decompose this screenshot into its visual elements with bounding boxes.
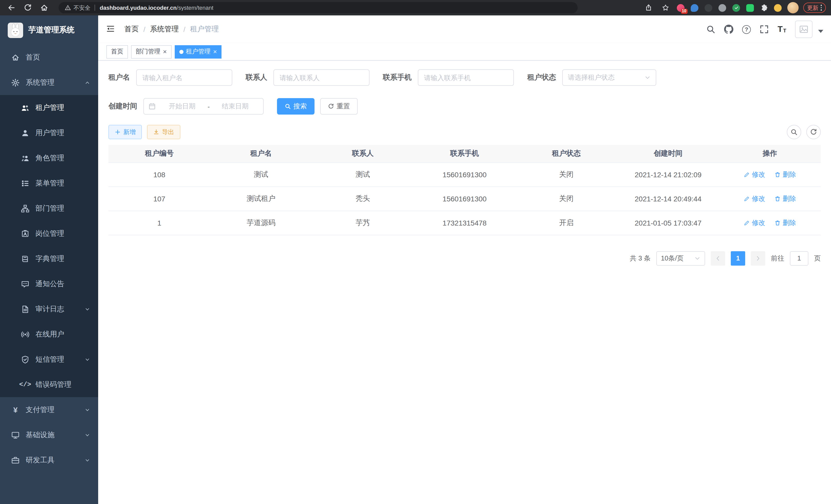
cell-tenant-name: 测试 (210, 162, 312, 186)
sidebar-item-home[interactable]: 首页 (0, 45, 98, 70)
sidebar-group-infrastructure[interactable]: 基础设施 (0, 422, 98, 447)
omnibox-divider (94, 5, 95, 11)
status-label: 租户状态 (527, 73, 556, 82)
sidebar-group-system[interactable]: 系统管理 (0, 70, 98, 95)
breadcrumb-separator (183, 25, 185, 33)
chevron-down-icon (85, 306, 90, 312)
sidebar-group-audit-log[interactable]: 审计日志 (0, 296, 98, 322)
edit-button[interactable]: 修改 (744, 170, 765, 179)
toggle-search-button[interactable] (787, 125, 801, 139)
extensions-puzzle-icon[interactable] (759, 3, 769, 12)
browser-back-icon[interactable] (5, 2, 18, 14)
extension-icon-pink[interactable]: 10 (676, 3, 685, 12)
extension-icon-blue[interactable] (690, 3, 699, 12)
breadcrumb-home[interactable]: 首页 (124, 25, 139, 34)
font-size-icon[interactable]: TT (778, 25, 786, 33)
tab-dept[interactable]: 部门管理 (131, 45, 171, 58)
breadcrumb-system[interactable]: 系统管理 (150, 25, 179, 34)
app-logo-image (8, 22, 23, 38)
contact-input[interactable] (274, 69, 370, 86)
add-button[interactable]: 新增 (109, 125, 142, 139)
col-tenant-name: 租户名 (210, 145, 312, 162)
end-date-placeholder[interactable]: 结束日期 (212, 102, 258, 111)
reset-button[interactable]: 重置 (320, 98, 358, 115)
delete-button[interactable]: 删除 (774, 194, 796, 203)
sidebar-item-roles[interactable]: 角色管理 (0, 145, 98, 171)
chrome-update-button[interactable]: 更新 (803, 3, 826, 13)
cell-contact: 测试 (312, 162, 414, 186)
share-icon[interactable] (642, 2, 655, 14)
id-badge-icon (21, 229, 29, 238)
cell-tenant-name: 测试租户 (210, 186, 312, 211)
table-row[interactable]: 1 芋道源码 芋艿 17321315478 开启 2021-01-05 17:0… (109, 211, 821, 235)
audit-log-icon (21, 305, 29, 313)
sidebar-group-sms[interactable]: 短信管理 (0, 347, 98, 372)
goto-label: 前往 (771, 254, 784, 263)
sidebar-item-dictionary[interactable]: 字典管理 (0, 246, 98, 271)
tab-tenant-active[interactable]: 租户管理 (174, 45, 222, 58)
tab-home[interactable]: 首页 (106, 45, 128, 58)
export-button[interactable]: 导出 (147, 125, 180, 139)
hamburger-icon[interactable] (106, 24, 116, 34)
page-number-button[interactable]: 1 (731, 251, 745, 265)
fullscreen-icon[interactable] (760, 25, 769, 34)
browser-reload-icon[interactable] (22, 2, 34, 14)
github-icon[interactable] (724, 25, 733, 34)
bookmark-star-icon[interactable] (659, 2, 671, 14)
table-row[interactable]: 108 测试 测试 15601691300 关闭 2021-12-14 21:0… (109, 162, 821, 186)
sidebar-item-menus[interactable]: 菜单管理 (0, 171, 98, 196)
extension-icon-yellow[interactable] (773, 3, 782, 12)
sidebar-item-error-codes[interactable]: </> 错误码管理 (0, 372, 98, 397)
phone-input[interactable] (418, 69, 514, 86)
page-size-select[interactable]: 10条/页 (656, 251, 705, 265)
sidebar-item-notices[interactable]: 通知公告 (0, 271, 98, 296)
page-unit-label: 页 (814, 254, 821, 263)
close-icon[interactable] (213, 48, 217, 55)
cell-status: 开启 (515, 211, 617, 235)
search-icon[interactable] (706, 25, 715, 34)
sidebar-item-users[interactable]: 用户管理 (0, 120, 98, 145)
delete-button[interactable]: 删除 (774, 218, 796, 227)
goto-page-input[interactable] (790, 251, 808, 265)
extension-icon-green-chat[interactable] (745, 3, 755, 12)
sidebar-menu: 首页 系统管理 租户管理 用户管理 (0, 45, 98, 504)
help-icon[interactable] (742, 25, 751, 34)
user-avatar[interactable] (795, 21, 812, 38)
table-row[interactable]: 107 测试租户 秃头 15601691300 关闭 2021-12-14 20… (109, 186, 821, 211)
tenant-table: 租户编号 租户名 联系人 联系手机 租户状态 创建时间 操作 108 测试 (109, 145, 821, 235)
edit-button[interactable]: 修改 (744, 194, 765, 203)
prev-page-button[interactable] (711, 251, 725, 265)
extension-icon-gray[interactable] (718, 3, 727, 12)
broken-image-icon (799, 25, 808, 34)
browser-home-icon[interactable] (38, 2, 50, 14)
caret-down-icon[interactable] (818, 30, 823, 33)
sidebar-item-departments[interactable]: 部门管理 (0, 196, 98, 221)
tenant-name-input[interactable] (136, 69, 232, 86)
address-bar[interactable]: 不安全 dashboard.yudao.iocoder.cn/system/te… (59, 2, 578, 13)
security-label[interactable]: 不安全 (74, 4, 90, 11)
cell-tenant-id: 107 (109, 186, 210, 211)
extension-icon-dark[interactable] (704, 3, 713, 12)
refresh-icon (328, 103, 334, 110)
sidebar-item-posts[interactable]: 岗位管理 (0, 221, 98, 246)
status-select[interactable]: 请选择租户状态 (562, 69, 656, 86)
edit-button[interactable]: 修改 (744, 218, 765, 227)
create-time-range-picker[interactable]: 开始日期 - 结束日期 (143, 98, 264, 115)
sidebar-group-payment[interactable]: ¥ 支付管理 (0, 397, 98, 422)
delete-button[interactable]: 删除 (774, 170, 796, 179)
gear-icon (11, 78, 20, 87)
search-button[interactable]: 搜索 (277, 98, 315, 115)
browser-profile-avatar[interactable] (787, 2, 798, 13)
refresh-table-button[interactable] (806, 125, 821, 139)
app-logo[interactable]: 芋道管理系统 (0, 16, 98, 45)
close-icon[interactable] (163, 48, 167, 55)
sidebar-group-devtools[interactable]: 研发工具 (0, 447, 98, 473)
col-contact: 联系人 (312, 145, 414, 162)
browser-menu-kebab-icon[interactable] (821, 5, 822, 11)
sidebar-item-online-users[interactable]: 在线用户 (0, 322, 98, 347)
next-page-button[interactable] (751, 251, 765, 265)
start-date-placeholder[interactable]: 开始日期 (159, 102, 206, 111)
tags-view: 首页 部门管理 租户管理 (98, 43, 831, 61)
sidebar-item-tenant[interactable]: 租户管理 (0, 95, 98, 120)
extension-icon-green-check[interactable] (732, 3, 741, 12)
